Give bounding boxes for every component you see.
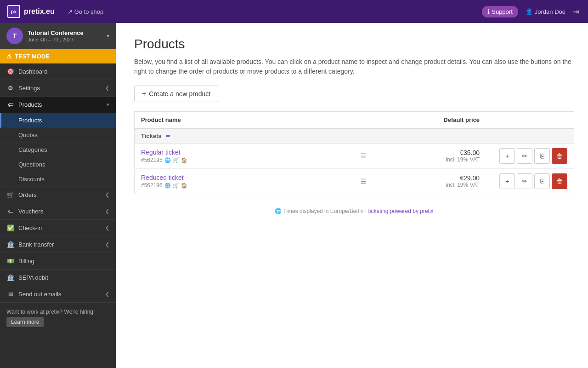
chevron-right-icon: ❮ bbox=[105, 85, 109, 91]
product-number: #562196 bbox=[141, 182, 163, 189]
chevron-right-icon: ❮ bbox=[105, 242, 109, 247]
product-price: €35.00 bbox=[405, 149, 480, 156]
sidebar-item-label: Orders bbox=[18, 191, 102, 198]
learn-more-button[interactable]: Learn more bbox=[6, 317, 44, 327]
tag-icon: 🏷 bbox=[6, 101, 15, 108]
warning-icon: ⚠ bbox=[6, 53, 12, 60]
add-sub-product-button[interactable]: + bbox=[499, 173, 515, 189]
logo-box: px bbox=[7, 5, 20, 18]
product-name-link[interactable]: Regular ticket bbox=[141, 149, 348, 156]
brand-logo[interactable]: px pretix.eu bbox=[7, 5, 55, 18]
description-icon: ☰ bbox=[361, 178, 367, 185]
support-button[interactable]: ℹ Support bbox=[482, 6, 518, 17]
sidebar-item-label: Settings bbox=[18, 85, 102, 92]
sidebar-item-products[interactable]: 🏷 Products ▾ bbox=[0, 97, 116, 113]
logout-button[interactable]: ⇥ bbox=[571, 6, 581, 18]
event-dates: June 4th – 7th, 2027 bbox=[28, 37, 84, 42]
sidebar-item-banktransfer[interactable]: 🏦 Bank transfer ❮ bbox=[0, 236, 116, 253]
globe-icon: 🌐 bbox=[275, 208, 282, 214]
product-actions-cell: + ✏ ⎘ 🗑 bbox=[486, 144, 574, 169]
chevron-right-icon: ❮ bbox=[105, 192, 109, 198]
user-menu[interactable]: 👤 Jordan Doe bbox=[526, 8, 565, 15]
sidebar-item-label: Products bbox=[18, 101, 103, 108]
chevron-right-icon: ❮ bbox=[105, 208, 109, 214]
edit-category-icon[interactable]: ✏ bbox=[166, 133, 170, 139]
sidebar-item-sepa[interactable]: 🏦 SEPA debit bbox=[0, 270, 116, 286]
sidebar-subitem-discounts[interactable]: Discounts bbox=[0, 172, 116, 187]
sidebar-subitem-questions[interactable]: Questions bbox=[0, 157, 116, 172]
sidebar-subitem-quotas[interactable]: Quotas bbox=[0, 128, 116, 143]
edit-product-button[interactable]: ✏ bbox=[517, 173, 532, 189]
description-icon: ☰ bbox=[361, 152, 367, 160]
copy-product-button[interactable]: ⎘ bbox=[534, 148, 550, 164]
product-name-cell: Reduced ticket #562196 🌐 🛒 🏠 bbox=[135, 169, 355, 194]
edit-product-button[interactable]: ✏ bbox=[517, 148, 532, 164]
product-description-cell: ☰ bbox=[354, 169, 398, 194]
event-avatar: T bbox=[6, 28, 23, 44]
globe-icon: 🌐 bbox=[164, 157, 171, 163]
product-actions-cell: + ✏ ⎘ 🗑 bbox=[486, 169, 574, 194]
sidebar-item-dashboard[interactable]: 🎯 Dashboard bbox=[0, 63, 116, 80]
sidebar-subitem-categories[interactable]: Categories bbox=[0, 143, 116, 157]
sidebar-item-sendemails[interactable]: ✉ Send out emails ❮ bbox=[0, 286, 116, 303]
cart-icon: 🛒 bbox=[173, 183, 179, 189]
chevron-right-icon: ❮ bbox=[105, 225, 109, 231]
goto-shop-label: Go to shop bbox=[74, 8, 104, 15]
sidebar-item-checkin[interactable]: ✅ Check-in ❮ bbox=[0, 220, 116, 236]
product-name-cell: Regular ticket #562195 🌐 🛒 🏠 bbox=[135, 144, 355, 169]
col-actions bbox=[486, 112, 574, 129]
product-name-link[interactable]: Reduced ticket bbox=[141, 174, 348, 181]
timezone-text: Times displayed in Europe/Berlin bbox=[283, 208, 364, 214]
action-buttons: + ✏ ⎘ 🗑 bbox=[492, 173, 567, 189]
event-info: Tutorial Conference June 4th – 7th, 2027 bbox=[28, 29, 84, 43]
delete-product-button[interactable]: 🗑 bbox=[552, 148, 567, 164]
cart-icon: 🛒 bbox=[173, 157, 179, 163]
sidebar-item-billing[interactable]: 💵 Billing bbox=[0, 253, 116, 270]
create-product-label: Create a new product bbox=[149, 90, 210, 98]
plus-icon: + bbox=[142, 90, 146, 98]
checkin-icon: ✅ bbox=[6, 224, 15, 231]
brand-name: pretix.eu bbox=[24, 7, 55, 16]
sidebar-item-label: Billing bbox=[18, 258, 109, 264]
sidebar-subitem-products[interactable]: Products bbox=[0, 113, 116, 128]
col-description bbox=[354, 112, 398, 129]
col-price: Default price bbox=[398, 112, 486, 129]
add-sub-product-button[interactable]: + bbox=[499, 148, 515, 164]
copy-product-button[interactable]: ⎘ bbox=[534, 173, 550, 189]
product-vat: incl. 19% VAT bbox=[405, 156, 480, 163]
create-product-button[interactable]: + Create a new product bbox=[134, 86, 218, 102]
billing-icon: 💵 bbox=[6, 258, 15, 264]
goto-shop-link[interactable]: ↗ Go to shop bbox=[64, 6, 107, 17]
sidebar-item-label: Send out emails bbox=[18, 291, 102, 298]
delete-product-button[interactable]: 🗑 bbox=[552, 173, 567, 189]
hiring-text: Want to work at pretix? We're hiring! bbox=[6, 309, 109, 315]
event-name: Tutorial Conference bbox=[28, 29, 84, 37]
action-buttons: + ✏ ⎘ 🗑 bbox=[492, 148, 567, 164]
product-vat: incl. 19% VAT bbox=[405, 182, 480, 188]
globe-icon: 🌐 bbox=[164, 183, 171, 189]
event-header[interactable]: T Tutorial Conference June 4th – 7th, 20… bbox=[0, 23, 116, 49]
product-number: #562195 bbox=[141, 157, 163, 163]
product-meta: #562195 🌐 🛒 🏠 bbox=[141, 157, 348, 163]
cart-icon: 🛒 bbox=[6, 191, 15, 198]
dashboard-icon: 🎯 bbox=[6, 68, 15, 75]
bank-icon: 🏦 bbox=[6, 241, 15, 248]
home-icon: 🏠 bbox=[181, 157, 187, 163]
email-icon: ✉ bbox=[6, 291, 15, 298]
sidebar-item-orders[interactable]: 🛒 Orders ❮ bbox=[0, 187, 116, 203]
sidebar-hiring: Want to work at pretix? We're hiring! Le… bbox=[0, 303, 116, 333]
page-title: Products bbox=[134, 37, 574, 52]
footer-note: 🌐 Times displayed in Europe/Berlin · tic… bbox=[134, 208, 574, 214]
test-mode-bar: ⚠ TEST MODE bbox=[0, 49, 116, 63]
sepa-icon: 🏦 bbox=[6, 274, 15, 281]
sidebar-item-label: Check-in bbox=[18, 224, 102, 231]
topbar: px pretix.eu ↗ Go to shop ℹ Support 👤 Jo… bbox=[0, 0, 588, 23]
category-name: Tickets bbox=[141, 132, 162, 139]
product-price-cell: €35.00 incl. 19% VAT bbox=[398, 144, 486, 169]
sidebar-item-settings[interactable]: ⚙ Settings ❮ bbox=[0, 80, 116, 97]
sidebar-item-vouchers[interactable]: 🏷 Vouchers ❮ bbox=[0, 203, 116, 220]
voucher-icon: 🏷 bbox=[6, 208, 15, 215]
table-row: Reduced ticket #562196 🌐 🛒 🏠 ☰ €29.00 bbox=[135, 169, 574, 194]
powered-by-link[interactable]: ticketing powered by pretix bbox=[368, 208, 434, 214]
page-description: Below, you find a list of all available … bbox=[134, 57, 574, 76]
